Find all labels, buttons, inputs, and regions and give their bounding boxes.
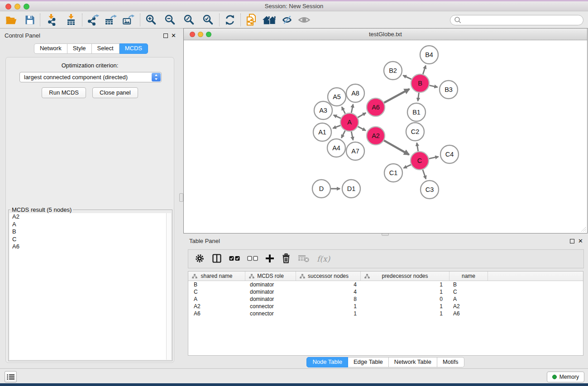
- graph-edge-B-B3[interactable]: [429, 86, 437, 87]
- tab-network[interactable]: Network: [34, 43, 67, 54]
- column-header-successor-nodes[interactable]: successor nodes: [296, 272, 361, 281]
- graph-edge-C-C3[interactable]: [423, 170, 426, 179]
- graph-node-A8[interactable]: [346, 84, 364, 102]
- zoom-traffic-light[interactable]: [24, 4, 29, 10]
- open-session-icon[interactable]: [5, 14, 17, 26]
- zoom-fit-icon[interactable]: [183, 14, 195, 26]
- import-network-icon[interactable]: [45, 14, 57, 26]
- table-row[interactable]: B dominator 4 1 B: [188, 281, 583, 288]
- graph-edge-A-A2[interactable]: [358, 127, 366, 131]
- zoom-selected-icon[interactable]: [202, 14, 214, 26]
- graph-edge-A-A5[interactable]: [342, 107, 345, 114]
- tab-style[interactable]: Style: [67, 43, 92, 54]
- tab-mcds[interactable]: MCDS: [120, 43, 148, 54]
- graph-edge-C-C2[interactable]: [417, 143, 418, 152]
- graph-edge-B-B4[interactable]: [423, 66, 425, 74]
- graph-edge-A-A8[interactable]: [351, 104, 353, 113]
- minimize-traffic-light[interactable]: [14, 4, 20, 10]
- graph-node-A4[interactable]: [327, 139, 345, 157]
- zoom-out-icon[interactable]: [164, 14, 176, 26]
- mcds-result-item[interactable]: A6: [10, 243, 171, 251]
- table-row[interactable]: A2 connector 1 1 A2: [188, 303, 583, 310]
- graph-edge-A-A3[interactable]: [334, 115, 341, 118]
- graph-edge-B-B2[interactable]: [403, 76, 411, 80]
- delete-column-icon[interactable]: [282, 253, 291, 265]
- control-panel-close-icon[interactable]: ✕: [171, 32, 176, 39]
- function-builder-icon[interactable]: f(x): [317, 254, 330, 263]
- tab-select[interactable]: Select: [92, 43, 120, 54]
- graph-node-C[interactable]: [411, 152, 429, 170]
- graphics-details-icon[interactable]: [282, 14, 293, 26]
- graph-node-C4[interactable]: [440, 145, 459, 163]
- graph-edge-A2-C[interactable]: [384, 140, 409, 154]
- table-panel-float-icon[interactable]: [570, 239, 574, 243]
- vertical-splitter-handle[interactable]: [179, 193, 183, 202]
- close-traffic-light[interactable]: [5, 4, 11, 10]
- graph-node-A3[interactable]: [314, 101, 332, 119]
- export-image-icon[interactable]: [123, 14, 135, 26]
- search-box[interactable]: [450, 15, 583, 25]
- graph-node-A2[interactable]: [367, 127, 385, 145]
- select-all-check-icon[interactable]: [229, 256, 240, 262]
- memory-button[interactable]: Memory: [547, 372, 584, 382]
- table-options-icon[interactable]: [195, 253, 205, 265]
- zoom-in-icon[interactable]: [145, 14, 157, 26]
- export-table-icon[interactable]: [105, 14, 117, 26]
- graph-node-A7[interactable]: [346, 142, 364, 160]
- tab-motifs[interactable]: Motifs: [437, 357, 464, 367]
- graph-edge-A-A1[interactable]: [333, 125, 340, 128]
- graph-node-B1[interactable]: [407, 103, 425, 121]
- mcds-result-item[interactable]: B: [10, 228, 171, 236]
- graph-edge-A-A7[interactable]: [351, 132, 353, 140]
- tab-edge-table[interactable]: Edge Table: [348, 357, 389, 367]
- show-hide-details-icon[interactable]: [298, 14, 311, 26]
- graph-node-B4[interactable]: [420, 46, 438, 64]
- table-row[interactable]: A dominator 8 0 A: [188, 295, 583, 303]
- graph-node-C2[interactable]: [406, 123, 424, 141]
- graph-node-B2[interactable]: [384, 62, 402, 80]
- home-networks-icon[interactable]: [263, 14, 277, 26]
- network-close-traffic-light[interactable]: [190, 32, 195, 37]
- import-table-icon[interactable]: [65, 14, 77, 26]
- network-window-titlebar[interactable]: testGlobe.txt: [184, 29, 587, 40]
- table-row[interactable]: C dominator 4 1 C: [188, 288, 583, 295]
- column-header-mcds-role[interactable]: MCDS role: [245, 272, 296, 281]
- column-header-predecessor-nodes[interactable]: predecessor nodes: [361, 272, 449, 281]
- criterion-dropdown[interactable]: largest connected component (directed): [19, 72, 162, 82]
- graph-node-D[interactable]: [312, 180, 330, 198]
- refresh-icon[interactable]: [225, 14, 235, 26]
- clone-network-icon[interactable]: [246, 14, 257, 26]
- mcds-list-scrollbar[interactable]: [166, 213, 171, 360]
- graph-node-A[interactable]: [340, 113, 359, 131]
- export-network-icon[interactable]: [87, 14, 100, 26]
- delete-table-icon[interactable]: [298, 254, 310, 264]
- column-header-name[interactable]: name: [449, 272, 488, 281]
- table-row[interactable]: A6 connector 1 1 A6: [188, 310, 583, 317]
- run-mcds-button[interactable]: Run MCDS: [42, 87, 86, 98]
- graph-edge-B-B1[interactable]: [418, 93, 419, 101]
- mcds-result-item[interactable]: C: [10, 236, 171, 243]
- add-column-icon[interactable]: [265, 254, 274, 264]
- graph-edge-A-A6[interactable]: [358, 113, 366, 117]
- resize-grip-icon[interactable]: [580, 226, 586, 232]
- deselect-all-check-icon[interactable]: [247, 256, 258, 262]
- graph-edge-C-C4[interactable]: [429, 157, 439, 158]
- graph-edge-A6-B[interactable]: [384, 89, 409, 103]
- close-panel-button[interactable]: Close panel: [92, 87, 138, 98]
- mcds-result-item[interactable]: A: [10, 221, 171, 229]
- column-header-shared-name[interactable]: shared name: [188, 272, 245, 281]
- save-session-icon[interactable]: [25, 14, 35, 26]
- graph-node-B3[interactable]: [440, 81, 458, 99]
- graph-node-B[interactable]: [411, 74, 429, 92]
- network-zoom-traffic-light[interactable]: [206, 32, 211, 37]
- network-minimize-traffic-light[interactable]: [198, 32, 203, 37]
- graph-node-A5[interactable]: [328, 88, 346, 106]
- control-panel-float-icon[interactable]: [163, 33, 168, 38]
- graph-edge-A-A4[interactable]: [341, 131, 345, 138]
- tab-network-table[interactable]: Network Table: [389, 357, 437, 367]
- graph-node-C3[interactable]: [421, 181, 439, 199]
- table-panel-close-icon[interactable]: ✕: [578, 238, 583, 244]
- network-canvas[interactable]: AA1A2A3A4A5A6A7A8BB1B2B3B4CC1C2C3C4DD1: [184, 40, 587, 233]
- graph-node-D1[interactable]: [342, 180, 360, 198]
- graph-node-C1[interactable]: [384, 164, 402, 182]
